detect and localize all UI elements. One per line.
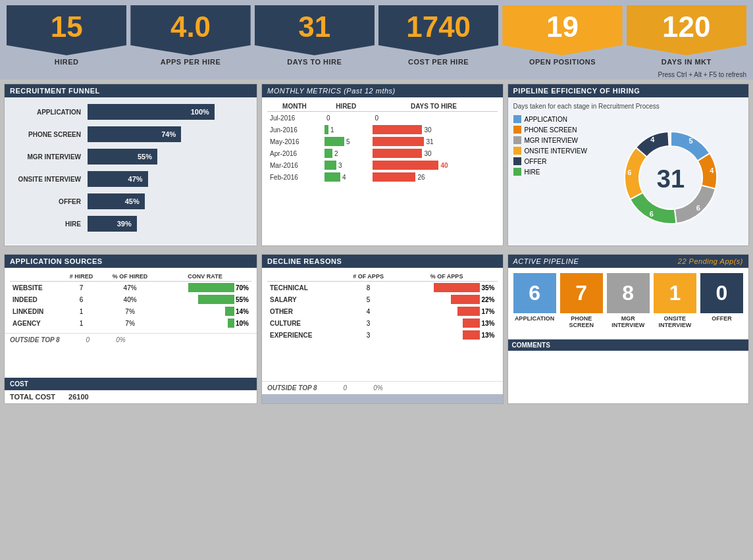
kpi-mkt-value: 120 bbox=[627, 5, 746, 55]
comments-body bbox=[508, 351, 749, 403]
kpi-mkt-label: DAYS IN MKT bbox=[662, 55, 712, 70]
total-cost-label: TOTAL COST bbox=[10, 393, 55, 401]
bottom-grid: APPLICATION SOURCES # HIRED % OF HIRED C… bbox=[0, 254, 753, 408]
outside-sources-row: OUTSIDE TOP 8 0 0% bbox=[5, 333, 257, 346]
donut-chart: 546664 31 bbox=[608, 115, 733, 240]
monthly-row: Apr-2016 2 30 bbox=[267, 147, 498, 159]
decline-pct: 13% bbox=[396, 317, 498, 329]
active-pipeline-panel: ACTIVE PIPELINE 22 Pending App(s) 6 APPL… bbox=[507, 254, 750, 404]
pipeline-box: 8 MGR INTERVIEW bbox=[607, 273, 650, 328]
kpi-cost-label: COST PER HIRE bbox=[408, 55, 469, 70]
month-cell: May-2016 bbox=[267, 136, 322, 147]
funnel-row: OFFER 45% bbox=[15, 193, 246, 209]
kpi-hired: 15 HIRED bbox=[7, 5, 126, 70]
pipeline-legend: APPLICATIONPHONE SCREENMGR INTERVIEWONSI… bbox=[513, 115, 592, 240]
decline-footer-bar bbox=[262, 394, 503, 403]
source-hired: 7 bbox=[61, 282, 101, 294]
days-cell: 30 bbox=[370, 147, 497, 159]
svg-text:6: 6 bbox=[650, 210, 654, 218]
monthly-row: May-2016 5 31 bbox=[267, 136, 498, 147]
source-hired: 6 bbox=[61, 293, 101, 305]
decline-row: EXPERIENCE 3 13% bbox=[267, 329, 498, 341]
pipeline-box-label: PHONE SCREEN bbox=[560, 313, 603, 328]
days-header: DAYS TO HIRE bbox=[370, 101, 497, 112]
source-conv: 55% bbox=[159, 293, 251, 305]
funnel-bar-container: 39% bbox=[88, 216, 246, 232]
funnel-row-label: APPLICATION bbox=[15, 109, 88, 116]
donut-container: 546664 31 bbox=[599, 115, 744, 240]
pipeline-efficiency-body: Days taken for each stage in Recruitment… bbox=[508, 97, 749, 245]
funnel-row: MGR INTERVIEW 55% bbox=[15, 149, 246, 165]
pipeline-box-label: MGR INTERVIEW bbox=[607, 313, 650, 328]
outside-decline-pct: 0% bbox=[373, 384, 382, 392]
hired-cell: 1 bbox=[322, 124, 371, 136]
days-cell: 40 bbox=[370, 159, 497, 171]
source-name: WEBSITE bbox=[10, 282, 61, 294]
hired-col-header: # HIRED bbox=[61, 272, 101, 282]
funnel-body: APPLICATION 100% PHONE SCREEN 74% MGR IN… bbox=[5, 97, 257, 245]
decline-header: DECLINE REASONS bbox=[262, 255, 503, 268]
decline-row: TECHNICAL 8 35% bbox=[267, 282, 498, 294]
svg-text:6: 6 bbox=[628, 168, 632, 176]
decline-apps: 5 bbox=[340, 293, 396, 305]
sources-body: # HIRED % OF HIRED CONV RATE WEBSITE 7 4… bbox=[5, 268, 257, 333]
hired-cell: 4 bbox=[322, 171, 371, 183]
funnel-row: ONSITE INTERVIEW 47% bbox=[15, 171, 246, 187]
pct-hired-col-header: % OF HIRED bbox=[101, 272, 159, 282]
outside-label: OUTSIDE TOP 8 bbox=[10, 336, 60, 344]
pipeline-box: 7 PHONE SCREEN bbox=[560, 273, 603, 328]
cost-section: COST bbox=[5, 378, 257, 390]
active-pipeline-title: ACTIVE PIPELINE bbox=[513, 257, 579, 265]
monthly-header: MONTHLY METRICS (Past 12 mths) bbox=[262, 84, 503, 97]
sources-table: # HIRED % OF HIRED CONV RATE WEBSITE 7 4… bbox=[10, 272, 251, 329]
funnel-row-label: PHONE SCREEN bbox=[15, 131, 88, 138]
decline-reason: TECHNICAL bbox=[267, 282, 340, 294]
hired-cell: 0 bbox=[322, 112, 371, 124]
funnel-bar-container: 45% bbox=[88, 193, 246, 209]
monthly-row: Jul-2016 0 0 bbox=[267, 112, 498, 124]
cost-label: COST bbox=[5, 378, 257, 390]
source-pct: 7% bbox=[101, 317, 159, 329]
kpi-apps-value: 4.0 bbox=[130, 5, 250, 55]
svg-text:6: 6 bbox=[696, 204, 700, 212]
kpi-cost-value: 1740 bbox=[378, 5, 498, 55]
funnel-bar-container: 55% bbox=[88, 149, 246, 165]
funnel-bar: 47% bbox=[88, 171, 148, 187]
source-row: WEBSITE 7 47% 70% bbox=[10, 282, 251, 294]
source-pct: 47% bbox=[101, 282, 159, 294]
pipeline-box-label: APPLICATION bbox=[515, 313, 554, 322]
funnel-bar-container: 100% bbox=[88, 104, 246, 120]
funnel-row: HIRE 39% bbox=[15, 216, 246, 232]
funnel-panel: RECRUITMENT FUNNEL APPLICATION 100% PHON… bbox=[4, 84, 257, 246]
month-cell: Jun-2016 bbox=[267, 124, 322, 136]
decline-row: OTHER 4 17% bbox=[267, 305, 498, 317]
source-name: AGENCY bbox=[10, 317, 61, 329]
kpi-days-value: 31 bbox=[255, 5, 375, 55]
funnel-bar-container: 47% bbox=[88, 171, 246, 187]
svg-text:31: 31 bbox=[657, 165, 685, 193]
source-name: INDEED bbox=[10, 293, 61, 305]
kpi-days-label: DAYS TO HIRE bbox=[287, 55, 342, 70]
days-cell: 30 bbox=[370, 124, 497, 136]
active-pipeline-header: ACTIVE PIPELINE 22 Pending App(s) bbox=[508, 255, 749, 268]
funnel-bar: 100% bbox=[88, 104, 215, 120]
kpi-bar: 15 HIRED 4.0 APPS PER HIRE 31 DAYS TO HI… bbox=[0, 0, 753, 70]
outside-decline-row: OUTSIDE TOP 8 0 0% bbox=[262, 381, 503, 394]
month-cell: Apr-2016 bbox=[267, 147, 322, 159]
pipeline-boxes: 6 APPLICATION 7 PHONE SCREEN 8 MGR INTER… bbox=[513, 273, 744, 328]
decline-row: CULTURE 3 13% bbox=[267, 317, 498, 329]
decline-apps: 4 bbox=[340, 305, 396, 317]
source-row: AGENCY 1 7% 10% bbox=[10, 317, 251, 329]
sources-panel: APPLICATION SOURCES # HIRED % OF HIRED C… bbox=[4, 254, 257, 404]
monthly-row: Jun-2016 1 30 bbox=[267, 124, 498, 136]
cost-row: TOTAL COST 26100 bbox=[5, 390, 257, 403]
kpi-days-to-hire: 31 DAYS TO HIRE bbox=[255, 5, 375, 70]
pipeline-box-label: OFFER bbox=[712, 313, 732, 322]
legend-item: PHONE SCREEN bbox=[513, 126, 592, 134]
decline-apps: 8 bbox=[340, 282, 396, 294]
kpi-hired-value: 15 bbox=[7, 5, 126, 55]
source-row: LINKEDIN 1 7% 14% bbox=[10, 305, 251, 317]
reason-header bbox=[267, 272, 340, 282]
source-conv: 70% bbox=[159, 282, 251, 294]
decline-apps: 3 bbox=[340, 317, 396, 329]
